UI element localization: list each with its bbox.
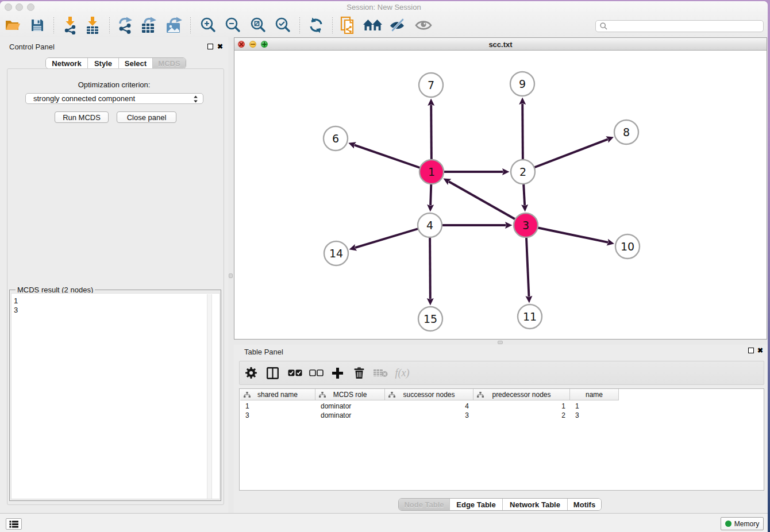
table-tabs: Node Table Edge Table Network Table Moti… (398, 498, 602, 511)
zoom-fit-button[interactable] (248, 13, 268, 37)
network-graph[interactable]: 7968124314101511 (234, 51, 767, 339)
result-scrollbar[interactable] (207, 294, 212, 499)
table-panel: Table Panel ✖ (234, 345, 768, 513)
graph-edge[interactable] (523, 139, 608, 172)
titlebar: Session: New Session (0, 1, 768, 13)
tab-style[interactable]: Style (87, 58, 118, 68)
table-toolbar: f(x) (239, 361, 764, 385)
export-image-icon (165, 16, 184, 34)
column-header-label: MCDS role (333, 391, 367, 399)
graph-edge-arrowhead (427, 298, 434, 306)
tab-network-table[interactable]: Network Table (502, 499, 567, 510)
export-image-button[interactable] (164, 13, 185, 37)
criterion-value: strongly connected component (33, 94, 135, 103)
control-panel-tabs: Network Style Select MCDS (45, 57, 186, 69)
open-session-button[interactable] (3, 13, 22, 37)
table-cell[interactable]: 3 (245, 411, 315, 420)
homes-icon (363, 18, 383, 33)
network-canvas[interactable]: 7968124314101511 (234, 51, 767, 339)
search-input[interactable] (610, 21, 763, 31)
graph-edge[interactable] (449, 182, 526, 225)
table-cell[interactable]: 1 (575, 402, 619, 411)
zoom-out-button[interactable] (223, 13, 242, 37)
memory-button[interactable]: Memory (721, 517, 764, 530)
zoom-selected-button[interactable] (273, 13, 292, 37)
column-header-predecessor-nodes[interactable]: predecessor nodes (473, 389, 570, 400)
home-pages-button[interactable] (362, 13, 384, 37)
zoom-in-icon (199, 17, 217, 34)
graph-node-label: 11 (523, 310, 537, 323)
refresh-layout-button[interactable] (306, 13, 326, 37)
run-mcds-button[interactable]: Run MCDS (55, 111, 109, 123)
control-panel-close-button[interactable]: ✖ (217, 44, 223, 50)
select-all-checkboxes-button[interactable] (284, 361, 305, 384)
table-cell[interactable]: dominator (321, 402, 385, 411)
tab-motifs[interactable]: Motifs (567, 499, 601, 510)
column-header-shared-name[interactable]: shared name (240, 389, 315, 400)
import-network-button[interactable] (60, 13, 80, 37)
save-session-button[interactable] (28, 13, 47, 37)
tab-network[interactable]: Network (46, 58, 87, 68)
tab-node-table[interactable]: Node Table (399, 499, 449, 510)
delete-table-button[interactable] (370, 361, 391, 384)
toolbar-separator (53, 17, 54, 33)
horizontal-split-grip[interactable] (498, 341, 503, 344)
column-header-MCDS-role[interactable]: MCDS role (315, 389, 385, 400)
table-cell[interactable]: 1 (473, 402, 565, 411)
tab-select[interactable]: Select (118, 58, 152, 68)
clear-checkboxes-button[interactable] (306, 361, 326, 384)
hide-panel-button[interactable] (387, 13, 408, 37)
table-cell[interactable]: 4 (385, 402, 469, 411)
column-header-successor-nodes[interactable]: successor nodes (385, 389, 473, 400)
import-table-button[interactable] (83, 13, 102, 37)
search-icon (600, 22, 607, 30)
export-network-button[interactable] (116, 13, 136, 37)
graph-edge-arrowhead (525, 296, 532, 303)
table-cell[interactable]: 3 (575, 411, 619, 420)
automation-panel-button[interactable] (6, 518, 22, 530)
gear-icon (245, 367, 257, 379)
memory-label: Memory (734, 520, 759, 528)
close-panel-button[interactable]: Close panel (117, 111, 176, 123)
node-table[interactable]: shared nameMCDS rolesuccessor nodesprede… (239, 388, 764, 491)
criterion-dropdown[interactable]: strongly connected component (25, 93, 203, 104)
export-table-button[interactable] (140, 13, 159, 37)
table-cell[interactable]: 1 (245, 402, 315, 411)
fx-icon: f(x) (395, 367, 410, 379)
column-header-name[interactable]: name (570, 389, 619, 400)
toolbar-separator (109, 17, 110, 33)
graph-node-label: 14 (329, 247, 343, 260)
table-panel-title: Table Panel (244, 348, 283, 356)
memory-status-dot (725, 521, 732, 527)
graph-node-label: 6 (332, 132, 339, 145)
window-title: Session: New Session (0, 3, 768, 11)
column-hierarchy-icon (244, 392, 251, 398)
trash-icon (353, 367, 365, 379)
show-panel-button[interactable] (413, 13, 434, 37)
column-hierarchy-icon (388, 392, 395, 398)
table-cell[interactable]: 3 (385, 411, 469, 420)
table-cell[interactable]: dominator (321, 411, 385, 420)
tab-mcds[interactable]: MCDS (152, 58, 186, 68)
graph-node-label: 4 (426, 219, 433, 232)
list-icon (9, 521, 18, 528)
table-settings-button[interactable] (241, 361, 261, 384)
refresh-icon (307, 17, 325, 34)
delete-column-button[interactable] (349, 361, 369, 384)
graph-edge-arrowhead (428, 98, 434, 106)
vertical-split-grip[interactable] (229, 273, 233, 278)
add-column-button[interactable] (327, 361, 348, 384)
main-toolbar (0, 13, 768, 38)
clone-network-button[interactable] (338, 13, 358, 37)
save-icon (30, 18, 44, 32)
mcds-result-list[interactable]: 1 3 (11, 293, 220, 499)
table-panel-close-button[interactable]: ✖ (757, 348, 763, 354)
tab-edge-table[interactable]: Edge Table (449, 499, 502, 510)
table-cell[interactable]: 2 (473, 411, 565, 420)
table-panel-float-button[interactable] (748, 348, 754, 353)
function-builder-button[interactable]: f(x) (391, 361, 414, 384)
control-panel-float-button[interactable] (207, 44, 213, 49)
zoom-in-button[interactable] (198, 13, 218, 37)
split-columns-button[interactable] (262, 361, 283, 384)
optimization-criterion-label: Optimization criterion: (0, 80, 228, 89)
